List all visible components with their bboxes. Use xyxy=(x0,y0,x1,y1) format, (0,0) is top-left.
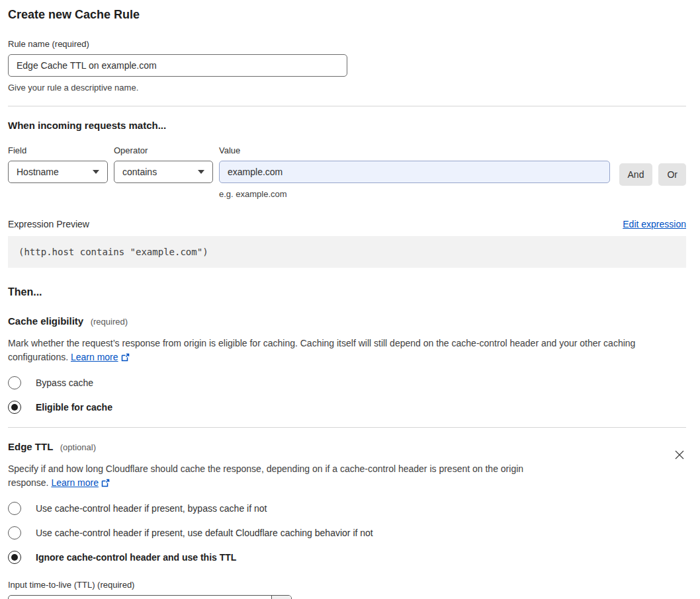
radio-option-bypass-cache[interactable]: Bypass cache xyxy=(8,376,686,389)
match-section: When incoming requests match... Field Ho… xyxy=(8,120,686,199)
ttl-select[interactable]: 1 day xyxy=(8,595,292,599)
radio-label: Eligible for cache xyxy=(36,402,112,413)
radio-label: Use cache-control header if present, byp… xyxy=(36,503,267,514)
value-label: Value xyxy=(219,145,610,155)
learn-more-link[interactable]: Learn more xyxy=(71,352,118,362)
cache-eligibility-header: Cache eligibility (required) xyxy=(8,315,686,327)
edge-ttl-description: Specify if and how long Cloudflare shoul… xyxy=(8,462,561,490)
andor-buttons: And Or xyxy=(619,145,686,186)
ttl-select-arrow-button[interactable] xyxy=(271,596,291,599)
cache-eligibility-section: Cache eligibility (required) Mark whethe… xyxy=(8,315,686,414)
radio-icon xyxy=(8,551,21,564)
expression-code: (http.host contains "example.com") xyxy=(8,236,686,268)
optional-badge: (optional) xyxy=(60,442,96,452)
cache-eligibility-options: Bypass cache Eligible for cache xyxy=(8,376,686,414)
external-link-icon xyxy=(121,353,130,362)
rule-name-label: Rule name (required) xyxy=(8,39,686,49)
chevron-down-icon xyxy=(198,170,204,174)
edge-ttl-title: Edge TTL xyxy=(8,441,53,452)
radio-icon xyxy=(8,502,21,515)
radio-label: Ignore cache-control header and use this… xyxy=(36,552,236,563)
value-hint: e.g. example.com xyxy=(219,189,610,199)
match-heading: When incoming requests match... xyxy=(8,120,686,131)
and-button[interactable]: And xyxy=(619,163,653,186)
radio-icon xyxy=(8,376,21,389)
ttl-label: Input time-to-live (TTL) (required) xyxy=(8,580,686,590)
radio-option-use-header-bypass[interactable]: Use cache-control header if present, byp… xyxy=(8,502,686,515)
radio-icon xyxy=(8,526,21,539)
divider xyxy=(8,106,686,106)
radio-option-use-header-default[interactable]: Use cache-control header if present, use… xyxy=(8,526,686,539)
cache-eligibility-description: Mark whether the request’s response from… xyxy=(8,337,686,364)
field-dropdown[interactable]: Hostname xyxy=(8,161,108,183)
then-heading: Then... xyxy=(8,286,686,298)
edge-ttl-section: Edge TTL (optional) Specify if and how l… xyxy=(8,441,686,599)
edge-ttl-header: Edge TTL (optional) xyxy=(8,441,686,453)
operator-column: Operator contains xyxy=(114,145,213,183)
page-title: Create new Cache Rule xyxy=(8,8,686,22)
radio-label: Use cache-control header if present, use… xyxy=(36,528,373,538)
chevron-down-icon xyxy=(93,170,99,174)
or-button[interactable]: Or xyxy=(658,163,686,186)
close-icon[interactable] xyxy=(673,449,686,462)
required-badge: (required) xyxy=(91,317,128,327)
radio-option-ignore-header-use-ttl[interactable]: Ignore cache-control header and use this… xyxy=(8,551,686,564)
edit-expression-link[interactable]: Edit expression xyxy=(623,219,686,229)
value-column: Value e.g. example.com xyxy=(219,145,610,199)
ttl-field: Input time-to-live (TTL) (required) 1 da… xyxy=(8,580,686,599)
ttl-select-value: 1 day xyxy=(9,596,271,599)
field-label: Field xyxy=(8,145,108,155)
operator-label: Operator xyxy=(114,145,213,155)
expression-preview-label: Expression Preview xyxy=(8,219,89,229)
edge-ttl-options: Use cache-control header if present, byp… xyxy=(8,502,686,564)
learn-more-link[interactable]: Learn more xyxy=(51,477,99,488)
create-cache-rule-form: Create new Cache Rule Rule name (require… xyxy=(0,0,700,599)
radio-icon xyxy=(8,401,21,414)
radio-option-eligible-for-cache[interactable]: Eligible for cache xyxy=(8,401,686,414)
expression-section: Expression Preview Edit expression (http… xyxy=(8,219,686,268)
cache-eligibility-title: Cache eligibility xyxy=(8,315,83,327)
rule-name-help: Give your rule a descriptive name. xyxy=(8,83,686,93)
external-link-icon xyxy=(101,479,110,487)
radio-label: Bypass cache xyxy=(36,378,93,388)
rule-name-input[interactable] xyxy=(8,54,347,77)
operator-dropdown-value: contains xyxy=(122,167,157,177)
expression-header: Expression Preview Edit expression xyxy=(8,219,686,229)
rule-name-section: Rule name (required) Give your rule a de… xyxy=(8,39,686,93)
value-input[interactable] xyxy=(219,161,610,183)
operator-dropdown[interactable]: contains xyxy=(114,161,213,183)
field-dropdown-value: Hostname xyxy=(17,167,59,177)
field-column: Field Hostname xyxy=(8,145,108,183)
divider xyxy=(8,427,686,428)
match-row: Field Hostname Operator contains Value e… xyxy=(8,145,686,199)
